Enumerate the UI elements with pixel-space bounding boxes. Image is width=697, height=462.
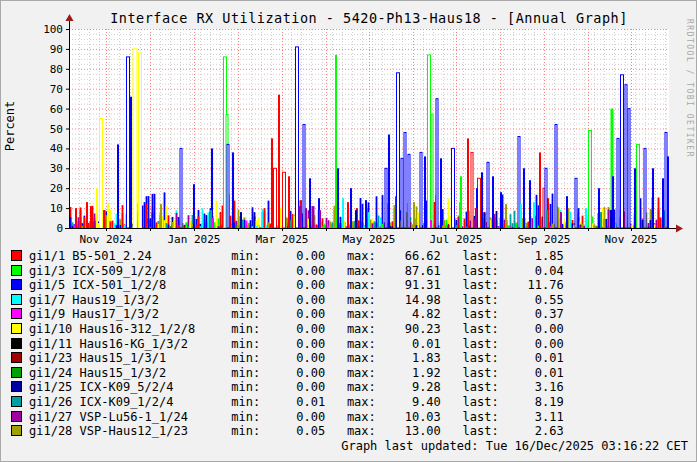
legend-row: gi1/10 Haus16-312_1/2/8 min: 0.00 max: 9… <box>11 322 564 337</box>
y-tick-label: 100 <box>1 24 63 35</box>
utilization-chart <box>1 1 697 248</box>
legend-row: gi1/28 VSP-Haus12_1/23 min: 0.05 max: 13… <box>11 424 564 439</box>
legend-color-swatch <box>11 338 22 349</box>
x-tick-label: May 2025 <box>329 234 409 246</box>
legend-color-swatch <box>11 323 22 334</box>
y-tick-label: 20 <box>1 183 63 194</box>
y-tick-label: 40 <box>1 143 63 154</box>
legend-row-text: gi1/10 Haus16-312_1/2/8 min: 0.00 max: 9… <box>29 322 564 336</box>
legend-color-swatch <box>11 411 22 422</box>
legend-row-text: gi1/24 Haus15_1/3/2 min: 0.00 max: 1.92 … <box>29 366 564 380</box>
x-tick-label: Sep 2025 <box>504 234 584 246</box>
legend-color-swatch <box>11 265 22 276</box>
legend-row-text: gi1/1 B5-501_2.24 min: 0.00 max: 66.62 l… <box>29 249 564 263</box>
legend-row-text: gi1/23 Haus15_1/3/1 min: 0.00 max: 1.83 … <box>29 351 564 365</box>
legend-row-text: gi1/27 VSP-Lu56-1_1/24 min: 0.00 max: 10… <box>29 410 564 424</box>
rrdtool-graph-panel: Interface RX Utilization - 5420-Ph13-Hau… <box>0 0 697 462</box>
legend: gi1/1 B5-501_2.24 min: 0.00 max: 66.62 l… <box>11 249 564 439</box>
legend-row: gi1/3 ICX-509_1/2/8 min: 0.00 max: 87.61… <box>11 264 564 279</box>
rrdtool-watermark: RRDTOOL / TOBI OETIKER <box>685 19 694 158</box>
legend-row-text: gi1/28 VSP-Haus12_1/23 min: 0.05 max: 13… <box>29 424 564 438</box>
legend-color-swatch <box>11 367 22 378</box>
legend-color-swatch <box>11 352 22 363</box>
legend-row-text: gi1/7 Haus19_1/3/2 min: 0.00 max: 14.98 … <box>29 293 564 307</box>
legend-color-swatch <box>11 279 22 290</box>
y-tick-label: 70 <box>1 84 63 95</box>
legend-color-swatch <box>11 425 22 436</box>
x-tick-label: Mar 2025 <box>242 234 322 246</box>
legend-row-text: gi1/9 Haus17_1/3/2 min: 0.00 max: 4.82 l… <box>29 307 564 321</box>
y-tick-label: 60 <box>1 104 63 115</box>
legend-row-text: gi1/11 Haus16-KG_1/3/2 min: 0.00 max: 0.… <box>29 337 564 351</box>
x-tick-label: Jan 2025 <box>154 234 234 246</box>
legend-row: gi1/25 ICX-K09_5/2/4 min: 0.00 max: 9.28… <box>11 380 564 395</box>
y-tick-label: 90 <box>1 44 63 55</box>
legend-color-swatch <box>11 294 22 305</box>
x-tick-label: Nov 2025 <box>591 234 671 246</box>
legend-row: gi1/23 Haus15_1/3/1 min: 0.00 max: 1.83 … <box>11 351 564 366</box>
legend-color-swatch <box>11 250 22 261</box>
legend-row-text: gi1/26 ICX-K09_1/2/4 min: 0.01 max: 9.40… <box>29 395 564 409</box>
legend-color-swatch <box>11 381 22 392</box>
legend-row: gi1/11 Haus16-KG_1/3/2 min: 0.00 max: 0.… <box>11 337 564 352</box>
legend-row: gi1/7 Haus19_1/3/2 min: 0.00 max: 14.98 … <box>11 293 564 308</box>
y-tick-label: 0 <box>1 223 63 234</box>
legend-row: gi1/27 VSP-Lu56-1_1/24 min: 0.00 max: 10… <box>11 410 564 425</box>
legend-row: gi1/9 Haus17_1/3/2 min: 0.00 max: 4.82 l… <box>11 307 564 322</box>
legend-row: gi1/26 ICX-K09_1/2/4 min: 0.01 max: 9.40… <box>11 395 564 410</box>
last-updated-text: Graph last updated: Tue 16/Dec/2025 03:1… <box>341 439 688 453</box>
y-tick-label: 50 <box>1 124 63 135</box>
legend-row-text: gi1/25 ICX-K09_5/2/4 min: 0.00 max: 9.28… <box>29 380 564 394</box>
legend-color-swatch <box>11 308 22 319</box>
legend-row: gi1/24 Haus15_1/3/2 min: 0.00 max: 1.92 … <box>11 366 564 381</box>
y-tick-label: 10 <box>1 203 63 214</box>
legend-row-text: gi1/5 ICX-501_1/2/8 min: 0.00 max: 91.31… <box>29 278 564 292</box>
y-tick-label: 30 <box>1 163 63 174</box>
y-tick-label: 80 <box>1 64 63 75</box>
legend-color-swatch <box>11 396 22 407</box>
legend-row-text: gi1/3 ICX-509_1/2/8 min: 0.00 max: 87.61… <box>29 264 564 278</box>
legend-row: gi1/5 ICX-501_1/2/8 min: 0.00 max: 91.31… <box>11 278 564 293</box>
x-tick-label: Jul 2025 <box>416 234 496 246</box>
legend-row: gi1/1 B5-501_2.24 min: 0.00 max: 66.62 l… <box>11 249 564 264</box>
x-tick-label: Nov 2024 <box>66 234 146 246</box>
